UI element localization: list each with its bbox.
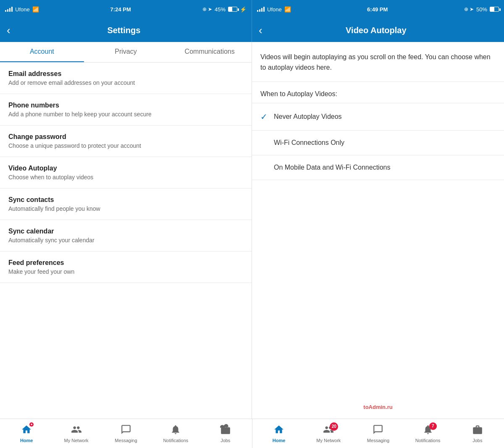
right-status-bar: Ufone 📶 6:49 PM ⊕ ➤ 50%	[252, 0, 504, 18]
left-notifications-label: Notifications	[163, 438, 188, 443]
charging-icon: ⚡	[240, 6, 247, 13]
autoplay-panel: Videos will begin autoplaying as you scr…	[252, 42, 504, 419]
settings-phone-desc: Add a phone number to help keep your acc…	[8, 111, 243, 118]
settings-autoplay-desc: Choose when to autoplay videos	[8, 174, 243, 181]
left-carrier-name: Ufone	[15, 6, 30, 13]
location-icon: ⊕ ➤	[202, 6, 212, 12]
autoplay-description: Videos will begin autoplaying as you scr…	[252, 42, 504, 82]
wifi-icon: 📶	[32, 6, 39, 13]
left-carrier-info: Ufone 📶	[5, 6, 39, 13]
autoplay-header: ‹ Video Autoplay	[252, 18, 504, 42]
left-home-label: Home	[20, 438, 33, 443]
settings-email-desc: Add or remove email addresses on your ac…	[8, 79, 243, 86]
right-battery-icon	[490, 7, 499, 12]
left-time: 7:24 PM	[110, 6, 131, 13]
right-jobs-icon	[472, 424, 483, 437]
settings-back-button[interactable]: ‹	[7, 25, 10, 36]
left-battery-percent: 45%	[215, 6, 226, 13]
settings-email[interactable]: Email addresses Add or remove email addr…	[0, 63, 252, 94]
settings-password[interactable]: Change password Choose a unique password…	[0, 126, 252, 157]
right-home-icon	[273, 424, 284, 437]
right-carrier-info: Ufone 📶	[257, 6, 291, 13]
right-notifications-icon: 7	[423, 424, 433, 437]
right-battery-percent: 50%	[476, 6, 487, 13]
left-nav-network[interactable]: My Network	[64, 422, 89, 445]
settings-sync-calendar-desc: Automatically sync your calendar	[8, 237, 243, 244]
right-network-icon: 20	[323, 424, 334, 437]
checkmark-icon: ✓	[260, 112, 274, 122]
right-signal-icon	[257, 7, 265, 12]
autoplay-when-label: When to Autoplay Videos:	[252, 82, 504, 103]
left-nav-notifications[interactable]: Notifications	[163, 422, 188, 445]
left-notifications-icon	[170, 424, 181, 437]
tab-privacy[interactable]: Privacy	[84, 42, 168, 62]
settings-header: ‹ Settings	[0, 18, 252, 42]
right-messaging-icon	[373, 424, 383, 437]
autoplay-options: ✓ Never Autoplay Videos Wi-Fi Connection…	[252, 103, 504, 257]
left-status-bar: Ufone 📶 7:24 PM ⊕ ➤ 45% ⚡	[0, 0, 252, 18]
settings-sync-contacts-desc: Automatically find people you know	[8, 205, 243, 212]
right-notifications-badge: 7	[429, 422, 437, 430]
right-location-icon: ⊕ ➤	[464, 6, 474, 12]
right-nav-notifications[interactable]: 7 Notifications	[415, 422, 441, 445]
settings-feed-preferences[interactable]: Feed preferences Make your feed your own	[0, 252, 252, 283]
left-home-icon: ●	[21, 424, 32, 437]
signal-icon	[5, 7, 13, 12]
left-battery-info: ⊕ ➤ 45% ⚡	[202, 6, 247, 13]
settings-phone[interactable]: Phone numbers Add a phone number to help…	[0, 94, 252, 126]
right-notifications-label: Notifications	[415, 438, 441, 443]
settings-panel: Account Privacy Communications Email add…	[0, 42, 252, 419]
option-never-label: Never Autoplay Videos	[274, 113, 342, 121]
left-jobs-icon	[220, 424, 231, 437]
settings-password-title: Change password	[8, 133, 243, 141]
right-nav-home[interactable]: Home	[266, 422, 291, 445]
left-bottom-nav: ● Home My Network Messaging	[0, 419, 252, 448]
settings-password-desc: Choose a unique password to protect your…	[8, 142, 243, 149]
left-network-label: My Network	[64, 438, 89, 443]
settings-sync-contacts[interactable]: Sync contacts Automatically find people …	[0, 189, 252, 220]
left-messaging-label: Messaging	[115, 438, 137, 443]
right-nav-network[interactable]: 20 My Network	[316, 422, 341, 445]
left-messaging-icon	[121, 424, 131, 437]
right-battery-info: ⊕ ➤ 50%	[464, 6, 499, 13]
left-jobs-label: Jobs	[220, 438, 230, 443]
option-never[interactable]: ✓ Never Autoplay Videos	[252, 103, 504, 131]
settings-autoplay[interactable]: Video Autoplay Choose when to autoplay v…	[0, 157, 252, 189]
settings-list: Email addresses Add or remove email addr…	[0, 63, 252, 419]
settings-phone-title: Phone numbers	[8, 102, 243, 109]
option-wifi-label: Wi-Fi Connections Only	[274, 139, 344, 147]
left-home-badge: ●	[29, 422, 34, 427]
settings-sync-calendar[interactable]: Sync calendar Automatically sync your ca…	[0, 220, 252, 252]
settings-title: Settings	[14, 26, 234, 35]
watermark: toAdmin.ru	[363, 404, 392, 410]
settings-feed-title: Feed preferences	[8, 259, 243, 267]
tab-communications[interactable]: Communications	[168, 42, 252, 62]
settings-tabs: Account Privacy Communications	[0, 42, 252, 63]
autoplay-title: Video Autoplay	[266, 26, 486, 35]
option-mobile[interactable]: On Mobile Data and Wi-Fi Connections	[252, 155, 504, 180]
option-wifi[interactable]: Wi-Fi Connections Only	[252, 131, 504, 155]
right-nav-jobs[interactable]: Jobs	[465, 422, 490, 445]
settings-sync-calendar-title: Sync calendar	[8, 228, 243, 235]
right-nav-messaging[interactable]: Messaging	[365, 422, 391, 445]
right-messaging-label: Messaging	[367, 438, 389, 443]
settings-email-title: Email addresses	[8, 70, 243, 78]
tab-account[interactable]: Account	[0, 42, 84, 62]
right-home-label: Home	[273, 438, 286, 443]
autoplay-back-button[interactable]: ‹	[259, 25, 262, 36]
left-nav-home[interactable]: ● Home	[14, 422, 39, 445]
left-nav-jobs[interactable]: Jobs	[213, 422, 238, 445]
right-network-badge: 20	[330, 422, 338, 431]
settings-feed-desc: Make your feed your own	[8, 268, 243, 275]
option-mobile-label: On Mobile Data and Wi-Fi Connections	[274, 164, 390, 171]
right-bottom-nav: Home 20 My Network Messaging	[252, 419, 504, 448]
right-time: 6:49 PM	[367, 6, 388, 13]
left-battery-icon	[228, 7, 237, 12]
right-carrier-name: Ufone	[267, 6, 282, 13]
right-network-label: My Network	[316, 438, 341, 443]
right-jobs-label: Jobs	[472, 438, 482, 443]
settings-sync-contacts-title: Sync contacts	[8, 196, 243, 204]
settings-autoplay-title: Video Autoplay	[8, 165, 243, 172]
left-nav-messaging[interactable]: Messaging	[113, 422, 139, 445]
right-wifi-icon: 📶	[284, 6, 291, 13]
